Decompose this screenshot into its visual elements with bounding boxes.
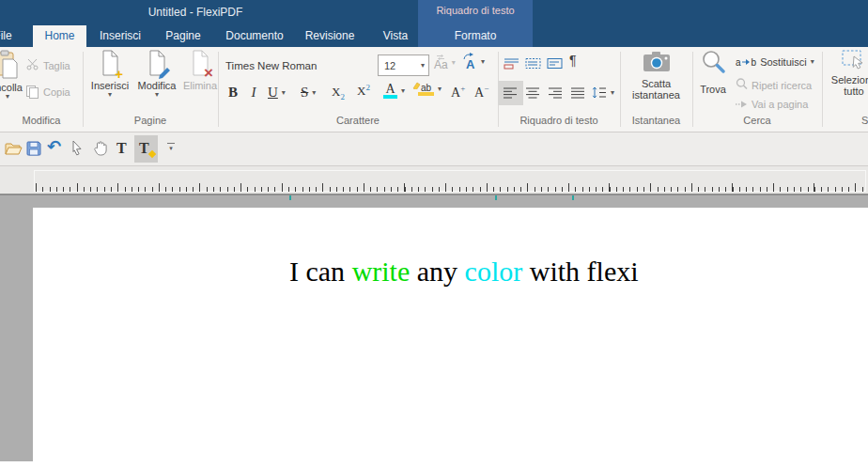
line-spacing-icon: [592, 86, 607, 99]
change-case-button[interactable]: Aa ▾: [434, 54, 456, 70]
hand-icon: [93, 140, 108, 156]
font-family-combo[interactable]: Times New Roman: [225, 57, 348, 74]
overflow-bar: [167, 143, 175, 144]
font-color-dropdown-arrow[interactable]: ▾: [401, 87, 405, 95]
select-all-button[interactable]: Seleziona tutto: [827, 50, 868, 97]
find-button[interactable]: Trova: [695, 50, 731, 95]
repeat-search-button[interactable]: Ripeti ricerca: [736, 78, 812, 92]
tab-inserisci[interactable]: Inserisci: [94, 25, 147, 47]
edit-page-button[interactable]: Modifica ▾: [133, 50, 180, 99]
tab-documento[interactable]: Documento: [220, 25, 289, 47]
camera-icon: [643, 51, 671, 74]
font-size-dropdown-arrow[interactable]: ▾: [421, 62, 428, 70]
change-case-dropdown-arrow[interactable]: ▾: [452, 59, 456, 67]
snapshot-button[interactable]: Scatta istantanea: [620, 51, 692, 101]
clipboard-paste-icon: [0, 50, 20, 82]
align-right-icon: [549, 87, 563, 99]
undo-button[interactable]: ↶: [47, 136, 61, 157]
bold-button[interactable]: B: [224, 85, 242, 101]
strikethrough-dropdown-arrow[interactable]: ▾: [312, 89, 316, 97]
tab-file[interactable]: File: [0, 25, 21, 47]
contextual-tab-header: Riquadro di testo: [418, 5, 533, 16]
window-title: Untitled - FlexiPDF: [54, 6, 336, 19]
replace-button[interactable]: a b Sostituisci ▾: [736, 56, 814, 68]
align-right-button[interactable]: [549, 87, 563, 101]
page-delete-icon: ×: [190, 50, 210, 78]
rotate-text-dropdown-arrow[interactable]: ▾: [481, 58, 485, 66]
paste-dropdown-arrow[interactable]: ▾: [6, 93, 9, 101]
paste-button[interactable]: Incolla ▾: [0, 50, 28, 101]
tab-formato[interactable]: Formato: [418, 25, 533, 47]
change-case-icon: Aa: [434, 54, 448, 70]
line-spacing-dropdown-arrow[interactable]: ▾: [611, 89, 614, 97]
scroll-corner: [0, 461, 33, 467]
align-left-button[interactable]: [504, 87, 518, 101]
find-label: Trova: [700, 84, 726, 95]
copy-icon: [26, 86, 39, 98]
strikethrough-button[interactable]: S ▾: [301, 85, 316, 101]
line-spacing-button[interactable]: ▾: [592, 86, 614, 99]
add-text-tool-button[interactable]: T: [134, 135, 158, 163]
cut-button[interactable]: Taglia: [26, 58, 70, 72]
ribbon: Incolla ▾ Taglia Copia Modifica: [0, 47, 868, 132]
quick-toolbar: ↶ T T ▾: [0, 132, 868, 166]
group-label-carattere: Carattere: [218, 115, 498, 126]
shrink-font-button[interactable]: A−: [474, 84, 488, 101]
text-segment[interactable]: with flexi: [522, 256, 638, 287]
highlight-button[interactable]: ab ▾: [418, 83, 442, 96]
text-segment[interactable]: color: [465, 256, 523, 287]
insert-page-dropdown-arrow[interactable]: ▾: [108, 91, 112, 99]
page-edit-icon: [147, 50, 167, 78]
align-left-icon: [504, 87, 518, 99]
text-segment[interactable]: any: [410, 256, 464, 287]
textbox-frame-button[interactable]: [525, 57, 541, 71]
select-tool-button[interactable]: [71, 140, 83, 158]
font-size-value[interactable]: 12: [379, 60, 421, 71]
pilcrow-button[interactable]: ¶: [569, 53, 577, 68]
font-color-button[interactable]: A ▾: [383, 83, 405, 99]
page-text-line[interactable]: I can write any color with flexi: [289, 255, 639, 288]
tab-revisione[interactable]: Revisione: [299, 25, 361, 47]
fit-text-button[interactable]: [504, 57, 519, 71]
text-segment[interactable]: I can: [289, 256, 352, 287]
open-button[interactable]: [5, 142, 23, 158]
document-area[interactable]: I can write any color with flexi: [0, 194, 868, 467]
text-tool-button[interactable]: T: [116, 140, 127, 157]
hand-tool-button[interactable]: [93, 140, 108, 158]
horizontal-ruler[interactable]: [0, 166, 868, 194]
subscript-button[interactable]: X2: [332, 85, 345, 101]
tab-home[interactable]: Home: [33, 25, 86, 47]
guide-marker: [495, 195, 497, 200]
rotate-text-icon: A: [463, 54, 477, 70]
tab-pagine[interactable]: Pagine: [158, 25, 209, 47]
toolbar-overflow-button[interactable]: ▾: [167, 143, 175, 152]
italic-button[interactable]: I: [246, 85, 261, 101]
select-all-icon: [842, 50, 866, 72]
edit-page-dropdown-arrow[interactable]: ▾: [155, 91, 159, 99]
save-button[interactable]: [26, 141, 41, 158]
undo-icon: ↶: [47, 137, 61, 156]
underline-button[interactable]: U ▾: [268, 85, 286, 101]
goto-page-button[interactable]: Vai a pagina: [736, 99, 808, 110]
align-center-button[interactable]: [526, 87, 540, 101]
font-size-combo[interactable]: 12 ▾: [378, 54, 429, 76]
superscript-button[interactable]: X2: [357, 83, 370, 99]
overflow-arrow-icon: ▾: [169, 145, 173, 152]
align-justify-button[interactable]: [571, 87, 585, 101]
textbox-lines-icon: [547, 60, 563, 71]
delete-page-button[interactable]: × Elimina: [178, 50, 222, 91]
grow-font-button[interactable]: A+: [451, 84, 465, 101]
replace-dropdown-arrow[interactable]: ▾: [811, 58, 814, 66]
underline-dropdown-arrow[interactable]: ▾: [282, 89, 286, 97]
replace-label: Sostituisci: [760, 56, 807, 68]
tab-vista[interactable]: Vista: [374, 25, 417, 47]
insert-page-button[interactable]: + Inserisci ▾: [86, 50, 133, 99]
textbox-lines-button[interactable]: [547, 57, 563, 71]
rotate-text-button[interactable]: A ▾: [463, 54, 485, 70]
pdf-page[interactable]: I can write any color with flexi: [33, 208, 868, 467]
paste-label: Incolla: [0, 82, 23, 93]
highlight-dropdown-arrow[interactable]: ▾: [438, 86, 442, 93]
text-segment[interactable]: write: [352, 256, 411, 287]
copy-button[interactable]: Copia: [26, 86, 70, 98]
ruler-document-divider: [0, 194, 868, 195]
